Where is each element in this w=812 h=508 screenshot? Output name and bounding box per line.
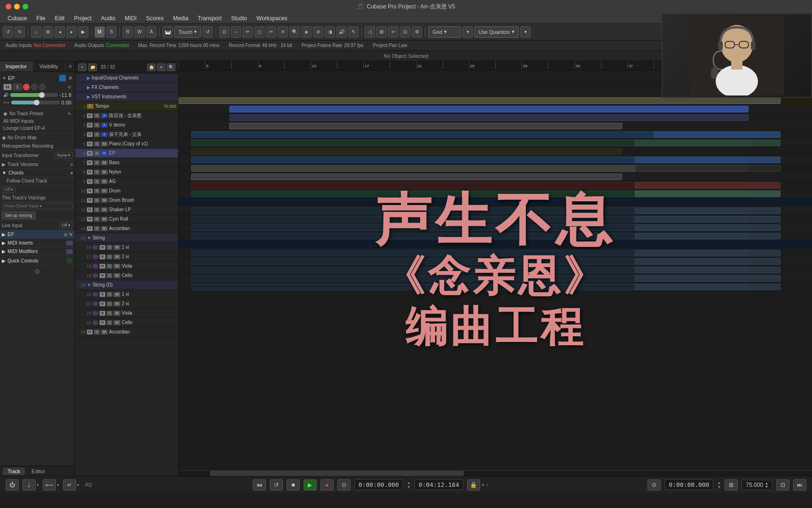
chord-track[interactable]: ⊡	[400, 26, 410, 38]
list-item[interactable]: 3 M S A V demo	[75, 120, 178, 130]
solo-track-button[interactable]: S	[107, 273, 112, 278]
list-item[interactable]: 4 M S A 孩子兄弟 - 父亲	[75, 130, 178, 139]
speaker-tool[interactable]: 🔊	[336, 26, 347, 38]
mute-track-button[interactable]: M	[87, 198, 93, 203]
tempo-down-icon[interactable]: ▼	[765, 485, 768, 488]
grid-dropdown[interactable]: Grid ▾	[428, 26, 461, 38]
position2-down-icon[interactable]: ▼	[717, 485, 721, 489]
list-item[interactable]: 24 M S M Cello	[75, 318, 178, 327]
solo-track-button[interactable]: S	[94, 330, 100, 334]
close-button[interactable]	[6, 4, 11, 9]
input-transformer-dropdown[interactable]: None ▾	[55, 152, 73, 159]
preroll-button[interactable]: ⟵	[43, 479, 56, 491]
track-clip[interactable]	[229, 114, 749, 121]
menu-workspaces[interactable]: Workspaces	[253, 14, 291, 23]
track-clip[interactable]	[635, 216, 781, 222]
list-item[interactable]: 17 M S M 2 vi	[75, 252, 178, 262]
solo-track-button[interactable]: S	[94, 160, 100, 165]
solo-track-button[interactable]: S	[107, 292, 112, 297]
color-tool[interactable]: ◑	[325, 26, 335, 38]
list-item[interactable]: 14 M S M Accordian	[75, 224, 178, 233]
visibility-tab[interactable]: Visibility	[33, 61, 66, 71]
track-clip[interactable]	[635, 275, 781, 282]
mute-track-button[interactable]: M	[87, 226, 93, 231]
solo-track-button[interactable]: S	[94, 142, 100, 146]
solo-track-button[interactable]: S	[94, 132, 100, 137]
track-clip[interactable]	[635, 224, 781, 231]
list-item[interactable]: 6 M S M EP	[75, 149, 178, 158]
add-track-button[interactable]: +	[78, 64, 86, 71]
mode-a-button[interactable]: A	[146, 26, 156, 38]
maximize-button[interactable]	[23, 4, 28, 9]
menu-transport[interactable]: Transport	[194, 14, 226, 23]
list-item[interactable]: 1 T Tempo 75.000	[75, 102, 178, 111]
chord-off-dropdown[interactable]: Off ▾	[2, 186, 16, 193]
track-clip[interactable]	[635, 182, 781, 189]
mode-m-button[interactable]: M	[94, 26, 105, 38]
quantize-dropdown[interactable]: Use Quantize ▾	[474, 26, 519, 38]
volume-knob[interactable]	[39, 92, 45, 98]
track-tab[interactable]: Track	[3, 468, 25, 475]
end-button[interactable]: ⏭	[793, 479, 806, 491]
volume-slider[interactable]	[10, 93, 58, 97]
position-down-icon[interactable]: ▼	[407, 485, 411, 489]
sync-button[interactable]: ↺	[203, 26, 213, 38]
select-tool[interactable]: ⊡	[219, 26, 229, 38]
inspector-close-button[interactable]: ✕	[65, 61, 75, 71]
mute-track-button[interactable]: M	[87, 123, 93, 127]
tempo-up-icon[interactable]: ▲	[765, 482, 768, 485]
track-preset-edit-icon[interactable]: ✎	[68, 111, 71, 116]
track-clip[interactable]	[635, 258, 781, 265]
solo-track-button[interactable]: S	[107, 254, 112, 259]
track-clip[interactable]	[179, 97, 781, 104]
list-item[interactable]: 23 M S M Viola	[75, 309, 178, 318]
list-item[interactable]: 5 M S M Piano (Copy of v1)	[75, 139, 178, 149]
search-track-button[interactable]: 🔍	[167, 64, 175, 71]
position2-up-icon[interactable]: ▲	[717, 481, 721, 485]
transport-duration[interactable]: 0:04:12.184	[414, 479, 463, 490]
track-clip[interactable]	[654, 131, 781, 138]
mute-track-button[interactable]: M	[87, 179, 93, 184]
solo-track-button[interactable]: S	[94, 226, 100, 231]
track-clip[interactable]	[229, 123, 622, 129]
list-item[interactable]: 22 M S M 2 vi	[75, 299, 178, 309]
play-button[interactable]: ▶	[304, 479, 317, 491]
mute-track-button[interactable]: M	[87, 217, 93, 222]
list-item[interactable]: 25 M S M Accordian	[75, 327, 178, 337]
stop-button[interactable]: ■	[287, 479, 300, 491]
marker-button[interactable]: ◁	[365, 26, 375, 38]
pan-slider[interactable]	[11, 101, 60, 104]
solo-button[interactable]: S	[13, 84, 22, 90]
solo-track-button[interactable]: S	[94, 179, 100, 184]
menu-media[interactable]: Media	[169, 14, 192, 23]
chord-track-dropdown[interactable]: From Chord Track ▾	[2, 203, 73, 209]
tempo-display[interactable]: 75.000 ▲ ▼	[742, 480, 773, 490]
list-item[interactable]: 21 M S M 1 vi	[75, 290, 178, 299]
home-button[interactable]: ⌂	[31, 26, 41, 38]
list-item[interactable]: 9 M S M AG	[75, 177, 178, 186]
click-dropdown[interactable]: ♩	[23, 479, 36, 491]
solo-track-button[interactable]: S	[94, 170, 100, 175]
loop-button[interactable]: ↺	[270, 479, 283, 491]
list-item[interactable]: ▶ Input/Output Channels	[75, 73, 178, 83]
list-item[interactable]: 12 M S M Shaker LP	[75, 205, 178, 214]
comp-tool[interactable]: ◈	[301, 26, 312, 38]
pencil-tool[interactable]: ✎	[348, 26, 359, 38]
mode-w-button[interactable]: W	[134, 26, 145, 38]
h-scrollbar-thumb[interactable]	[210, 471, 463, 476]
mute-track-button[interactable]: M	[100, 292, 105, 297]
split-tool[interactable]: ✂	[266, 26, 276, 38]
list-item[interactable]: 2 M S A 陈百强 - 念亲恩	[75, 111, 178, 120]
menu-audio[interactable]: Audio	[97, 14, 119, 23]
menu-studio[interactable]: Studio	[227, 14, 251, 23]
menu-midi[interactable]: MIDI	[121, 14, 140, 23]
list-item[interactable]: ▶ VST Instruments	[75, 92, 178, 102]
tempo-stepper[interactable]: ▲ ▼	[765, 482, 768, 488]
list-item[interactable]: 19 M S M Cello	[75, 271, 178, 280]
mute-track-button[interactable]: M	[100, 311, 105, 316]
transport-position2[interactable]: 0:00:00.000	[664, 479, 713, 490]
mode-r-button[interactable]: R	[123, 26, 133, 38]
menu-project[interactable]: Project	[70, 14, 95, 23]
live-input-dropdown[interactable]: Off ▾	[59, 222, 73, 229]
list-item[interactable]: 15 ▼ String	[75, 233, 178, 243]
